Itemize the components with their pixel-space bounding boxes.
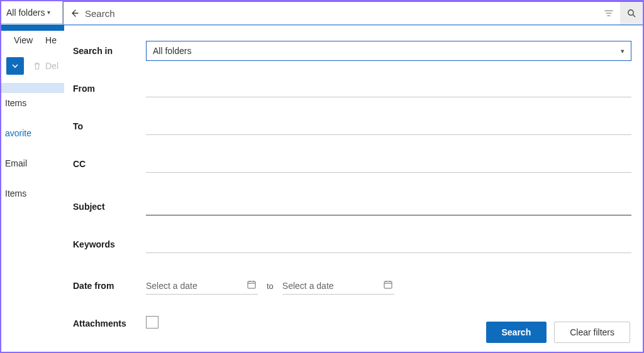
sidebar-item-favorite[interactable]: avorite: [1, 123, 64, 143]
svg-rect-2: [384, 281, 392, 288]
label-keywords: Keywords: [73, 239, 146, 249]
label-attachments: Attachments: [73, 318, 146, 329]
back-button[interactable]: [64, 8, 85, 18]
sidebar-item[interactable]: Email: [1, 153, 64, 173]
search-icon: [626, 8, 636, 18]
toolbar: Del: [1, 55, 58, 77]
date-from-field[interactable]: [146, 277, 258, 295]
sidebar-item[interactable]: Items: [1, 93, 64, 113]
row-date: Date from to: [73, 272, 631, 300]
search-bar: [63, 1, 643, 25]
sidebar-item[interactable]: [1, 113, 64, 123]
row-search-in: Search in All folders ▾: [73, 37, 631, 65]
svg-rect-1: [248, 281, 255, 288]
search-in-value: All folders: [153, 46, 191, 56]
row-subject: Subject: [73, 193, 631, 220]
app-window: All folders ▾ View He Del Items avorite …: [0, 0, 644, 353]
chevron-down-icon: ▾: [47, 9, 50, 16]
row-keywords: Keywords: [73, 231, 631, 258]
arrow-left-icon: [69, 8, 79, 18]
filter-icon: [604, 8, 614, 18]
delete-button[interactable]: Del: [26, 61, 58, 71]
date-to-word: to: [267, 281, 274, 291]
clear-filters-button[interactable]: Clear filters: [554, 322, 630, 343]
calendar-icon: [383, 280, 393, 290]
search-button[interactable]: Search: [486, 322, 547, 343]
cc-input[interactable]: [146, 155, 631, 173]
attachments-checkbox[interactable]: [146, 316, 158, 329]
ribbon-accent: [1, 24, 64, 31]
sidebar-item[interactable]: Items: [1, 183, 64, 204]
menubar: View He: [1, 35, 57, 53]
label-date-from: Date from: [73, 281, 146, 291]
delete-label: Del: [45, 61, 58, 71]
calendar-icon: [247, 280, 257, 290]
label-from: From: [73, 84, 146, 94]
from-input[interactable]: [146, 80, 631, 97]
menu-help[interactable]: He: [45, 35, 57, 53]
menu-view[interactable]: View: [14, 35, 33, 53]
label-search-in: Search in: [73, 46, 146, 56]
to-input[interactable]: [146, 117, 631, 135]
search-scope-label: All folders: [6, 8, 45, 18]
label-to: To: [73, 121, 146, 131]
sidebar-item[interactable]: [1, 143, 64, 153]
search-button[interactable]: [620, 2, 643, 24]
row-to: To: [73, 112, 631, 140]
chevron-down-icon: ▾: [621, 47, 625, 55]
search-in-dropdown[interactable]: All folders ▾: [146, 41, 631, 61]
search-scope-dropdown[interactable]: All folders ▾: [1, 1, 63, 24]
chevron-down-icon: [11, 62, 19, 70]
new-mail-split-chevron[interactable]: [6, 57, 24, 75]
keywords-input[interactable]: [146, 236, 631, 253]
sidebar-item[interactable]: [1, 173, 64, 183]
panel-actions: Search Clear filters: [486, 322, 631, 343]
row-from: From: [73, 75, 631, 102]
search-input[interactable]: [85, 8, 597, 19]
label-cc: CC: [73, 159, 146, 169]
label-subject: Subject: [73, 202, 146, 212]
date-to-input[interactable]: [282, 277, 394, 295]
date-from-input[interactable]: [146, 277, 258, 295]
folder-sidebar: Items avorite Email Items: [1, 83, 64, 204]
filter-button[interactable]: [597, 2, 620, 24]
row-cc: CC: [73, 150, 631, 178]
sidebar-item[interactable]: [1, 83, 64, 93]
advanced-search-panel: Search in All folders ▾ From To CC Subje…: [64, 25, 643, 352]
subject-input[interactable]: [146, 198, 631, 215]
date-to-field[interactable]: [282, 277, 394, 295]
svg-point-0: [628, 10, 633, 15]
trash-icon: [33, 62, 42, 70]
